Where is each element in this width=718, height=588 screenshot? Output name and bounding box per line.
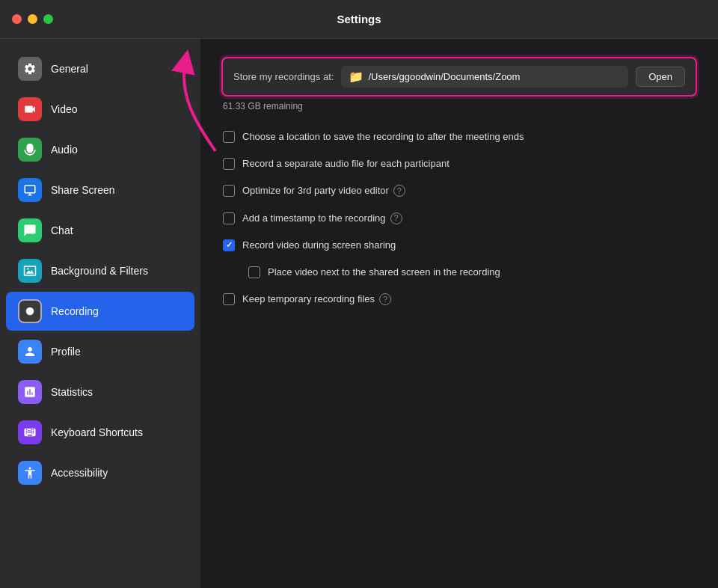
- option-separate-audio: Record a separate audio file for each pa…: [221, 150, 697, 177]
- svg-point-0: [27, 268, 28, 269]
- general-icon: [18, 57, 42, 81]
- sidebar-item-video[interactable]: Video: [6, 90, 194, 129]
- sidebar-item-statistics[interactable]: Statistics: [6, 373, 194, 411]
- label-optimize-3rd-party: Optimize for 3rd party video editor?: [242, 184, 405, 197]
- window-title: Settings: [337, 13, 381, 25]
- general-label: General: [51, 63, 88, 75]
- chat-label: Chat: [51, 224, 73, 236]
- checkbox-optimize-3rd-party[interactable]: [223, 185, 235, 197]
- options-container: Choose a location to save the recording …: [221, 123, 697, 313]
- sidebar-item-background[interactable]: Background & Filters: [6, 251, 194, 290]
- recording-path-row: Store my recordings at: 📁 /Users/ggoodwi…: [221, 57, 697, 97]
- checkbox-record-video-screen[interactable]: [223, 239, 235, 251]
- svg-point-2: [26, 307, 34, 316]
- option-optimize-3rd-party: Optimize for 3rd party video editor?: [221, 177, 697, 204]
- maximize-button[interactable]: [43, 14, 53, 24]
- statistics-label: Statistics: [51, 386, 93, 398]
- sidebar-item-profile[interactable]: Profile: [6, 332, 194, 371]
- sidebar-item-keyboard[interactable]: Keyboard Shortcuts: [6, 413, 194, 452]
- option-add-timestamp: Add a timestamp to the recording?: [221, 205, 697, 232]
- audio-label: Audio: [51, 144, 78, 156]
- minimize-button[interactable]: [28, 14, 37, 24]
- help-icon-keep-temp-files[interactable]: ?: [379, 293, 391, 305]
- label-keep-temp-files: Keep temporary recording files?: [242, 293, 391, 306]
- statistics-icon: [18, 380, 42, 404]
- option-choose-location: Choose a location to save the recording …: [221, 123, 697, 150]
- open-button[interactable]: Open: [636, 67, 685, 87]
- sidebar-item-accessibility[interactable]: Accessibility: [6, 453, 194, 492]
- recording-icon: [18, 299, 42, 323]
- sidebar: GeneralVideoAudioShare ScreenChatBackgro…: [0, 39, 200, 588]
- sidebar-item-general[interactable]: General: [6, 49, 194, 88]
- background-label: Background & Filters: [51, 265, 148, 277]
- checkbox-place-video-next[interactable]: [248, 266, 260, 278]
- chat-icon: [18, 218, 42, 242]
- sidebar-item-chat[interactable]: Chat: [6, 211, 194, 250]
- checkbox-keep-temp-files[interactable]: [223, 293, 235, 305]
- option-record-video-screen: Record video during screen sharing: [221, 232, 697, 259]
- traffic-lights: [12, 14, 53, 24]
- profile-icon: [18, 340, 42, 364]
- help-icon-optimize-3rd-party[interactable]: ?: [393, 185, 405, 197]
- sidebar-item-recording[interactable]: Recording: [6, 292, 194, 331]
- svg-marker-1: [26, 270, 34, 274]
- checkbox-add-timestamp[interactable]: [223, 212, 235, 224]
- background-icon: [18, 259, 42, 283]
- recording-path-text: /Users/ggoodwin/Documents/Zoom: [368, 71, 520, 82]
- accessibility-icon: [18, 461, 42, 485]
- option-place-video-next: Place video next to the shared screen in…: [247, 259, 697, 286]
- storage-remaining: 61.33 GB remaining: [223, 101, 697, 111]
- folder-icon: 📁: [349, 70, 363, 84]
- video-label: Video: [51, 103, 78, 115]
- checkbox-choose-location[interactable]: [223, 131, 235, 143]
- sidebar-item-audio[interactable]: Audio: [6, 130, 194, 169]
- recording-label: Recording: [51, 305, 99, 317]
- label-record-video-screen: Record video during screen sharing: [242, 239, 396, 252]
- share-screen-icon: [18, 178, 42, 202]
- profile-label: Profile: [51, 346, 81, 358]
- recording-path-value: 📁 /Users/ggoodwin/Documents/Zoom: [341, 66, 628, 88]
- help-icon-add-timestamp[interactable]: ?: [390, 212, 402, 224]
- keyboard-icon: [18, 420, 42, 444]
- main-content-wrapper: Store my recordings at: 📁 /Users/ggoodwi…: [200, 39, 718, 588]
- sidebar-item-share-screen[interactable]: Share Screen: [6, 171, 194, 209]
- video-icon: [18, 97, 42, 121]
- label-place-video-next: Place video next to the shared screen in…: [268, 266, 500, 279]
- accessibility-label: Accessibility: [51, 467, 108, 479]
- label-add-timestamp: Add a timestamp to the recording?: [242, 212, 402, 225]
- label-choose-location: Choose a location to save the recording …: [242, 130, 524, 144]
- share-screen-label: Share Screen: [51, 184, 115, 196]
- option-keep-temp-files: Keep temporary recording files?: [221, 286, 697, 313]
- label-separate-audio: Record a separate audio file for each pa…: [242, 157, 449, 171]
- main-content: Store my recordings at: 📁 /Users/ggoodwi…: [200, 39, 718, 331]
- titlebar: Settings: [0, 0, 718, 39]
- checkbox-separate-audio[interactable]: [223, 158, 235, 170]
- keyboard-label: Keyboard Shortcuts: [51, 426, 143, 438]
- store-recordings-label: Store my recordings at:: [233, 71, 334, 82]
- app-body: GeneralVideoAudioShare ScreenChatBackgro…: [0, 39, 718, 588]
- audio-icon: [18, 138, 42, 162]
- close-button[interactable]: [12, 14, 22, 24]
